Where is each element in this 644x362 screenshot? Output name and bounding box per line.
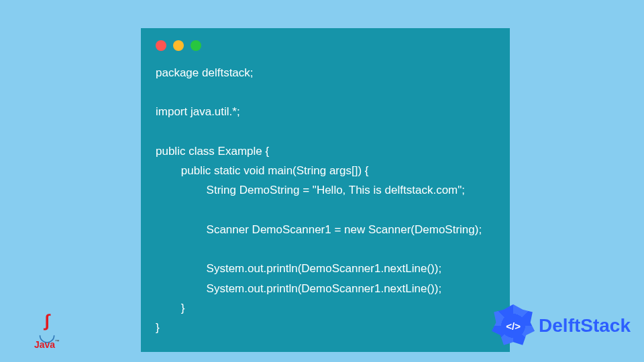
java-logo-label: Java™ <box>30 339 64 350</box>
delftstack-logo-label: DelftStack <box>539 315 631 337</box>
code-block: package delftstack; import java.util.*; … <box>156 63 495 337</box>
code-window: package delftstack; import java.util.*; … <box>141 28 510 352</box>
java-cup-icon: ◡ <box>30 326 64 341</box>
delftstack-logo: </> DelftStack <box>492 304 631 347</box>
java-logo: ∫ ◡ Java™ <box>30 316 64 350</box>
close-icon <box>156 40 166 51</box>
delftstack-badge-icon: </> <box>492 304 535 347</box>
minimize-icon <box>173 40 184 51</box>
window-traffic-lights <box>156 40 495 51</box>
maximize-icon <box>191 40 201 51</box>
